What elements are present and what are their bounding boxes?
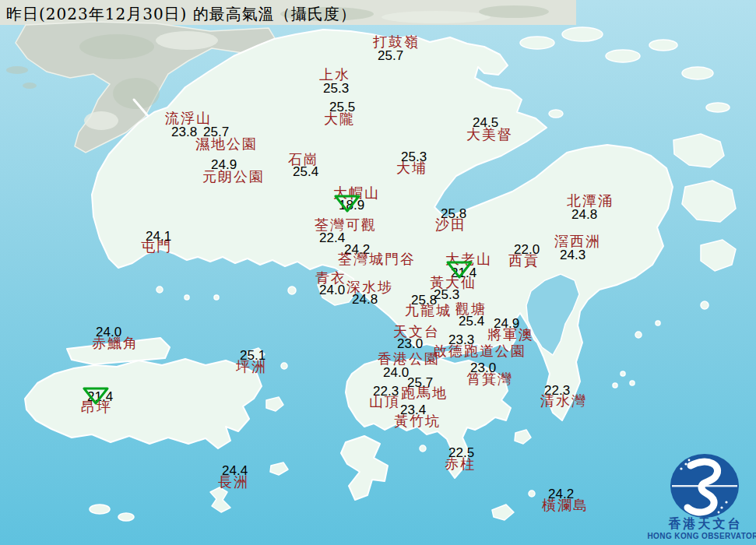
station-label: 將軍澳 — [487, 328, 534, 342]
station-value: 24.8 — [571, 208, 597, 221]
station-label: 元朗公園 — [202, 170, 265, 184]
station-label: 長洲 — [218, 475, 249, 489]
station-label: 荃灣城門谷 — [338, 252, 416, 266]
station-label: 青衣 — [315, 271, 346, 285]
station-label: 荃灣可觀 — [315, 218, 377, 232]
station-label: 西貢 — [508, 254, 540, 268]
station-label: 濕地公園 — [195, 137, 258, 151]
station-label: 屯門 — [141, 240, 172, 254]
station-label: 赤柱 — [445, 457, 476, 471]
station-label: 深水埗 — [346, 280, 393, 294]
station-label: 坪洲 — [236, 360, 267, 374]
weather-map-page: 昨日(2023年12月30日) 的最高氣溫（攝氏度） 25.7打鼓嶺25.3上水… — [0, 0, 756, 545]
station-label: 北潭涌 — [567, 194, 614, 208]
station-marker-icon — [334, 195, 360, 213]
station-marker-icon — [83, 387, 109, 406]
page-title: 昨日(2023年12月30日) 的最高氣溫（攝氏度） — [6, 4, 357, 25]
station-label: 山頂 — [369, 395, 400, 409]
station-label: 流浮山 — [165, 111, 212, 125]
station-label: 筲箕灣 — [466, 372, 513, 386]
station-label: 黃竹坑 — [394, 414, 441, 428]
hko-logo-name-en: HONG KONG OBSERVATORY — [645, 532, 756, 540]
station-label: 打鼓嶺 — [373, 35, 420, 49]
station-label: 石崗 — [288, 153, 319, 167]
station-label: 赤鱲角 — [92, 336, 139, 350]
station-value: 25.7 — [378, 49, 403, 62]
station-label: 黃大仙 — [430, 276, 476, 290]
station-label: 香港公園 — [378, 352, 440, 366]
hong-kong-map — [0, 0, 756, 545]
station-label: 啟德跑道公園 — [433, 344, 526, 358]
station-label: 沙田 — [435, 218, 466, 232]
station-label: 天文台 — [393, 325, 440, 339]
station-label: 上水 — [319, 68, 350, 82]
station-label: 觀塘 — [455, 302, 487, 316]
station-label: 滘西洲 — [554, 234, 601, 248]
station-label: 清水灣 — [540, 394, 587, 408]
station-label: 跑馬地 — [401, 386, 448, 400]
station-value: 24.3 — [560, 248, 585, 262]
station-label: 橫瀾島 — [542, 498, 589, 512]
station-value: 22.4 — [319, 231, 345, 244]
hko-logo-name-zh: 香港天文台 — [664, 517, 747, 531]
station-label: 九龍城 — [405, 304, 452, 318]
station-value: 25.3 — [323, 82, 349, 95]
hko-logo-icon — [667, 453, 742, 520]
station-label: 大美督 — [466, 128, 513, 142]
station-label: 大埔 — [396, 161, 427, 175]
station-value: 23.8 — [171, 125, 197, 139]
station-value: 24.0 — [383, 366, 409, 379]
station-label: 大隴 — [324, 112, 355, 126]
